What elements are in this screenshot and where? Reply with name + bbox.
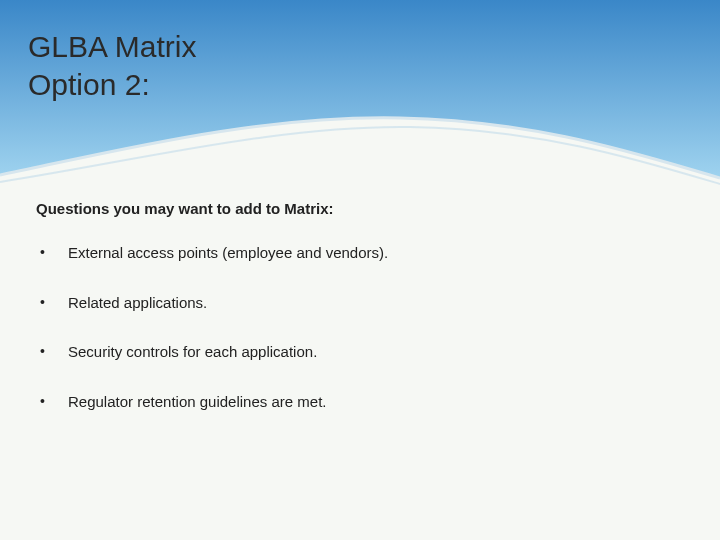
subheading: Questions you may want to add to Matrix:: [36, 200, 684, 217]
list-item: Regulator retention guidelines are met.: [36, 392, 684, 412]
list-item: Security controls for each application.: [36, 342, 684, 362]
list-item: External access points (employee and ven…: [36, 243, 684, 263]
slide-title: GLBA Matrix Option 2:: [28, 28, 196, 103]
slide-body: Questions you may want to add to Matrix:…: [36, 200, 684, 441]
list-item: Related applications.: [36, 293, 684, 313]
title-line-1: GLBA Matrix: [28, 28, 196, 66]
slide: GLBA Matrix Option 2: Questions you may …: [0, 0, 720, 540]
bullet-list: External access points (employee and ven…: [36, 243, 684, 411]
title-line-2: Option 2:: [28, 66, 196, 104]
